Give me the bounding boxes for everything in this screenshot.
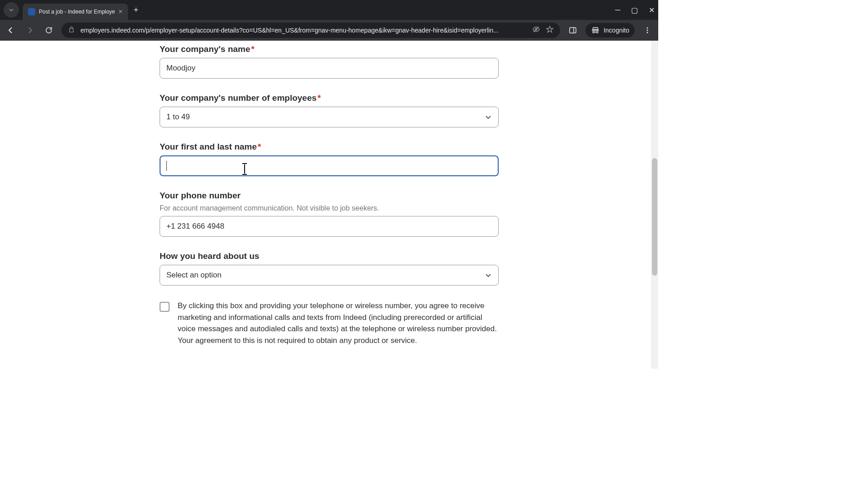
phone-input[interactable]	[160, 216, 499, 237]
incognito-label: Incognito	[604, 27, 629, 34]
forward-button[interactable]	[24, 24, 36, 37]
bookmark-icon[interactable]	[546, 25, 554, 35]
phone-helper-text: For account management communication. No…	[160, 204, 499, 212]
required-indicator: *	[258, 142, 261, 151]
tab-favicon	[28, 8, 35, 15]
url-text: employers.indeed.com/p/employer-setup/ac…	[80, 27, 527, 34]
required-indicator: *	[251, 44, 255, 54]
browser-tab[interactable]: Post a job - Indeed for Employe ×	[23, 4, 128, 20]
phone-group: Your phone number For account management…	[160, 191, 499, 237]
chevron-down-icon	[485, 272, 492, 279]
browser-toolbar: employers.indeed.com/p/employer-setup/ac…	[0, 20, 658, 41]
heard-about-label: How you heard about us	[160, 251, 499, 261]
chevron-down-icon	[9, 7, 14, 13]
address-bar[interactable]: employers.indeed.com/p/employer-setup/ac…	[61, 23, 560, 38]
tab-search-button[interactable]	[4, 2, 19, 18]
company-name-group: Your company's name*	[160, 44, 499, 79]
company-name-label: Your company's name*	[160, 44, 499, 54]
page-content: Your company's name* Your company's numb…	[0, 41, 658, 369]
consent-checkbox[interactable]	[160, 302, 170, 312]
heard-about-group: How you heard about us Select an option	[160, 251, 499, 286]
svg-point-4	[647, 30, 648, 31]
consent-group: By clicking this box and providing your …	[160, 300, 499, 346]
window-controls: ─ ▢ ✕	[615, 6, 655, 14]
back-button[interactable]	[5, 24, 17, 37]
name-group: Your first and last name*	[160, 142, 499, 176]
consent-text: By clicking this box and providing your …	[178, 300, 499, 346]
employees-group: Your company's number of employees* 1 to…	[160, 93, 499, 127]
required-indicator: *	[317, 93, 321, 103]
maximize-icon[interactable]: ▢	[631, 6, 638, 14]
employer-setup-form: Your company's name* Your company's numb…	[160, 41, 499, 346]
reload-button[interactable]	[42, 24, 55, 37]
svg-point-3	[647, 28, 648, 29]
incognito-badge[interactable]: Incognito	[585, 23, 635, 38]
name-label: Your first and last name*	[160, 142, 499, 152]
tab-title: Post a job - Indeed for Employe	[39, 9, 115, 15]
svg-rect-1	[570, 28, 576, 33]
svg-point-5	[647, 32, 648, 33]
menu-icon[interactable]	[641, 24, 654, 37]
close-tab-icon[interactable]: ×	[118, 8, 123, 16]
scrollbar-thumb[interactable]	[652, 158, 657, 276]
employees-select[interactable]: 1 to 49	[160, 107, 499, 127]
browser-tab-bar: Post a job - Indeed for Employe × + ─ ▢ …	[0, 0, 658, 20]
side-panel-icon[interactable]	[566, 24, 579, 37]
heard-about-select[interactable]: Select an option	[160, 265, 499, 286]
employees-label: Your company's number of employees*	[160, 93, 499, 103]
eye-off-icon[interactable]	[532, 25, 540, 35]
new-tab-button[interactable]: +	[133, 5, 138, 15]
company-name-input[interactable]	[160, 58, 499, 79]
scrollbar[interactable]	[651, 41, 658, 369]
chevron-down-icon	[485, 113, 492, 121]
close-window-icon[interactable]: ✕	[649, 6, 655, 14]
name-input[interactable]	[160, 155, 499, 176]
phone-label: Your phone number	[160, 191, 499, 201]
incognito-icon	[591, 26, 600, 35]
minimize-icon[interactable]: ─	[615, 6, 620, 14]
site-info-icon[interactable]	[68, 26, 75, 35]
